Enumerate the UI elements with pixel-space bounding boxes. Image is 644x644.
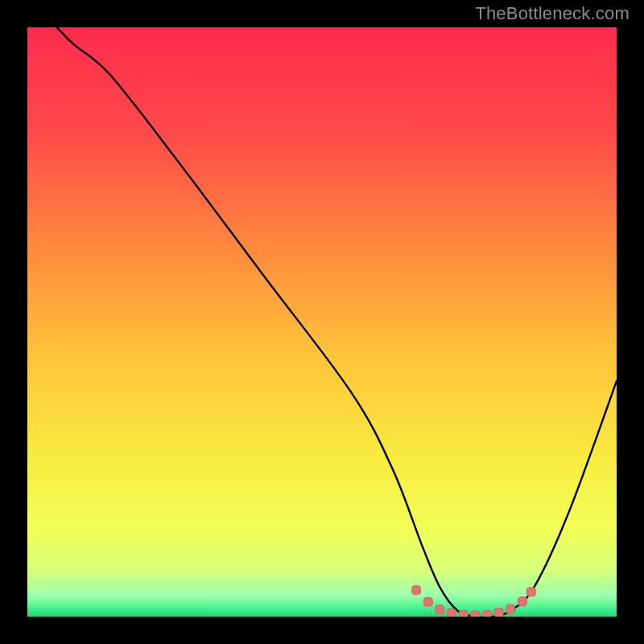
optimal-marker [459, 610, 468, 617]
optimal-marker [482, 610, 491, 617]
optimal-marker [526, 588, 535, 597]
optimal-marker [471, 611, 480, 617]
optimal-marker [436, 605, 444, 614]
curve-layer [27, 27, 617, 617]
optimal-range-markers [412, 586, 536, 617]
optimal-marker [448, 609, 456, 617]
optimal-marker [423, 597, 432, 606]
optimal-marker [506, 605, 515, 613]
plot-area [27, 27, 617, 617]
optimal-marker [412, 586, 421, 595]
bottleneck-curve-path [57, 27, 617, 617]
watermark-text: TheBottleneck.com [475, 3, 630, 24]
optimal-marker [494, 608, 503, 617]
chart-frame: TheBottleneck.com [0, 0, 644, 644]
optimal-marker [518, 597, 526, 605]
